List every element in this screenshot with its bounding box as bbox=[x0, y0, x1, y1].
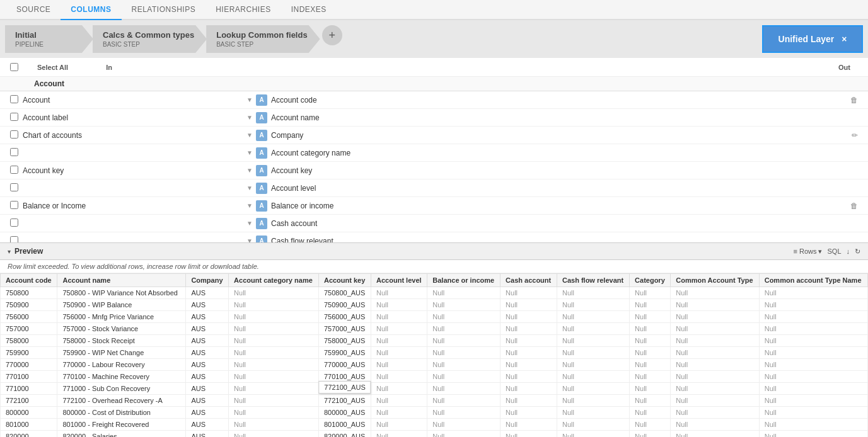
field-arrow-icon-3[interactable]: ▼ bbox=[243, 149, 256, 156]
tab-indexes[interactable]: INDEXES bbox=[281, 0, 337, 20]
preview-col-header[interactable]: Category bbox=[630, 274, 671, 287]
table-cell: 759900 bbox=[1, 347, 57, 359]
table-cell: Null bbox=[371, 419, 427, 431]
field-arrow-icon-6[interactable]: ▼ bbox=[243, 202, 256, 209]
field-checkbox-2[interactable] bbox=[10, 130, 18, 139]
tab-relationships[interactable]: RELATIONSHIPS bbox=[122, 0, 206, 20]
table-cell: Null bbox=[501, 395, 557, 407]
table-cell: Null bbox=[671, 311, 759, 323]
preview-col-header[interactable]: Company bbox=[186, 274, 229, 287]
tab-hierarchies[interactable]: HIERARCHIES bbox=[205, 0, 281, 20]
field-checkbox-1[interactable] bbox=[10, 113, 18, 121]
table-cell: 757000 bbox=[1, 323, 57, 335]
table-cell: Null bbox=[557, 323, 629, 335]
field-type-icon-6: A bbox=[256, 200, 267, 212]
rows-button[interactable]: ≡ Rows ▾ bbox=[794, 247, 823, 256]
table-cell: AUS bbox=[186, 383, 229, 395]
field-arrow-icon-8[interactable]: ▼ bbox=[243, 237, 256, 242]
table-cell: 800000 - Cost of Distribution bbox=[57, 407, 186, 419]
field-checkbox-5[interactable] bbox=[10, 183, 18, 191]
table-cell: Null bbox=[671, 359, 759, 371]
unified-layer-step[interactable]: Unified Layer × bbox=[762, 25, 863, 53]
table-cell: Null bbox=[427, 359, 501, 371]
field-delete-icon-0[interactable]: 🗑 bbox=[850, 96, 858, 105]
table-cell: Null bbox=[501, 299, 557, 311]
table-cell: 756000_AUS bbox=[318, 311, 371, 323]
table-cell: Null bbox=[671, 395, 759, 407]
preview-col-header[interactable]: Account level bbox=[371, 274, 427, 287]
field-out-label-8: Cash flow relevant bbox=[271, 237, 858, 243]
field-arrow-icon-2[interactable]: ▼ bbox=[243, 132, 256, 139]
preview-chevron-icon: ▾ bbox=[8, 248, 11, 255]
field-checkbox-3[interactable] bbox=[10, 148, 18, 156]
pipeline-step-lookup[interactable]: Lookup Common fields BASIC STEP bbox=[206, 25, 320, 53]
preview-col-header[interactable]: Common account Type Name bbox=[759, 274, 867, 287]
add-step-button[interactable]: + bbox=[322, 25, 342, 45]
field-type-icon-5: A bbox=[256, 183, 267, 194]
table-cell: Null bbox=[759, 359, 867, 371]
table-cell: Null bbox=[229, 323, 319, 335]
tab-columns[interactable]: COLUMNS bbox=[61, 0, 121, 20]
table-row: 770000770000 - Labour RecoveryAUSNull770… bbox=[1, 359, 868, 371]
refresh-button[interactable]: ↻ bbox=[855, 247, 860, 256]
preview-col-header[interactable]: Cash account bbox=[501, 274, 557, 287]
column-select-header: Select All In Out bbox=[0, 58, 868, 77]
table-cell: Null bbox=[427, 431, 501, 438]
table-cell: Null bbox=[501, 359, 557, 371]
table-cell: Null bbox=[371, 395, 427, 407]
table-cell: 750900 - WIP Balance bbox=[57, 299, 186, 311]
field-checkbox-0[interactable] bbox=[10, 95, 18, 103]
tab-source[interactable]: SOURCE bbox=[6, 0, 61, 20]
field-arrow-icon-4[interactable]: ▼ bbox=[243, 167, 256, 174]
table-cell: Null bbox=[427, 323, 501, 335]
preview-col-header[interactable]: Common Account Type bbox=[671, 274, 759, 287]
field-arrow-icon-0[interactable]: ▼ bbox=[243, 96, 256, 103]
preview-title: Preview bbox=[14, 247, 43, 256]
field-checkbox-7[interactable] bbox=[10, 219, 18, 227]
preview-col-header[interactable]: Account category name bbox=[229, 274, 319, 287]
table-cell: AUS bbox=[186, 347, 229, 359]
field-out-3: AAccount category name bbox=[256, 147, 858, 159]
field-out-5: AAccount level bbox=[256, 183, 858, 194]
pipeline-step-calcs[interactable]: Calcs & Common types BASIC STEP bbox=[93, 25, 207, 53]
preview-col-header[interactable]: Cash flow relevant bbox=[557, 274, 629, 287]
preview-header[interactable]: ▾ Preview ≡ Rows ▾ SQL ↓ ↻ bbox=[0, 242, 868, 260]
table-cell: Null bbox=[371, 335, 427, 347]
table-cell: Null bbox=[229, 395, 319, 407]
sql-button[interactable]: SQL bbox=[827, 247, 841, 255]
pipeline-step-initial[interactable]: Initial PIPELINE bbox=[5, 25, 93, 53]
table-cell: Null bbox=[427, 311, 501, 323]
field-arrow-icon-5[interactable]: ▼ bbox=[243, 184, 256, 191]
table-cell: 756000 bbox=[1, 311, 57, 323]
table-cell: 801000 bbox=[1, 419, 57, 431]
table-row: 800000800000 - Cost of DistributionAUSNu… bbox=[1, 407, 868, 419]
table-cell: Null bbox=[371, 323, 427, 335]
field-checkbox-6[interactable] bbox=[10, 201, 18, 209]
step-lookup-title: Lookup Common fields bbox=[216, 30, 307, 40]
field-edit-icon-2[interactable]: ✏ bbox=[852, 131, 858, 140]
download-button[interactable]: ↓ bbox=[847, 247, 850, 255]
field-checkbox-8[interactable] bbox=[10, 236, 18, 243]
field-arrow-icon-7[interactable]: ▼ bbox=[243, 220, 256, 227]
field-checkbox-4[interactable] bbox=[10, 166, 18, 174]
preview-col-header[interactable]: Balance or income bbox=[427, 274, 501, 287]
preview-col-header[interactable]: Account code bbox=[1, 274, 57, 287]
field-row: ▼ACash flow relevant bbox=[0, 232, 868, 242]
table-cell: Null bbox=[427, 371, 501, 383]
table-cell: Null bbox=[671, 347, 759, 359]
select-all-checkbox[interactable] bbox=[10, 63, 18, 71]
preview-col-header[interactable]: Account name bbox=[57, 274, 186, 287]
table-cell: Null bbox=[371, 287, 427, 299]
table-cell: Null bbox=[630, 419, 671, 431]
field-delete-icon-6[interactable]: 🗑 bbox=[850, 201, 858, 210]
table-cell: Null bbox=[759, 383, 867, 395]
preview-col-header[interactable]: Account key bbox=[318, 274, 371, 287]
field-arrow-icon-1[interactable]: ▼ bbox=[243, 114, 256, 121]
table-cell: Null bbox=[557, 347, 629, 359]
table-cell: Null bbox=[371, 371, 427, 383]
table-cell: AUS bbox=[186, 359, 229, 371]
unified-layer-close[interactable]: × bbox=[842, 34, 847, 44]
preview-table-wrapper[interactable]: Account codeAccount nameCompanyAccount c… bbox=[0, 273, 868, 437]
table-row: 759900759900 - WIP Net ChangeAUSNull7599… bbox=[1, 347, 868, 359]
table-cell: Null bbox=[229, 383, 319, 395]
